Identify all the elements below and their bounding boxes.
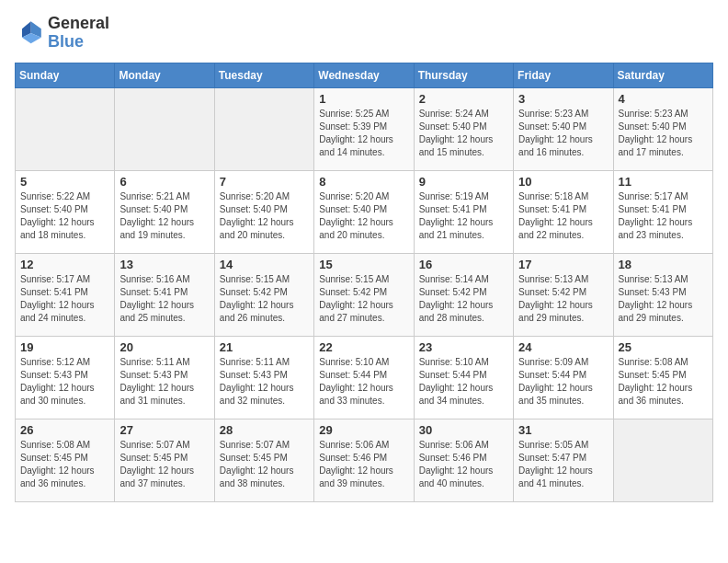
day-number: 7	[220, 175, 309, 189]
weekday-header: Sunday	[16, 63, 115, 87]
calendar-cell: 30Sunrise: 5:06 AM Sunset: 5:46 PM Dayli…	[414, 419, 513, 501]
day-info: Sunrise: 5:07 AM Sunset: 5:45 PM Dayligh…	[119, 439, 209, 490]
calendar-cell: 1Sunrise: 5:25 AM Sunset: 5:39 PM Daylig…	[314, 87, 414, 170]
weekday-header-row: SundayMondayTuesdayWednesdayThursdayFrid…	[16, 63, 713, 87]
page-header: General Blue	[15, 15, 713, 52]
day-info: Sunrise: 5:09 AM Sunset: 5:44 PM Dayligh…	[518, 356, 608, 408]
day-number: 4	[619, 92, 708, 106]
calendar-cell: 22Sunrise: 5:10 AM Sunset: 5:44 PM Dayli…	[314, 336, 414, 419]
day-number: 27	[119, 423, 209, 437]
day-info: Sunrise: 5:10 AM Sunset: 5:44 PM Dayligh…	[319, 356, 408, 408]
calendar-cell	[16, 87, 115, 170]
calendar-cell: 28Sunrise: 5:07 AM Sunset: 5:45 PM Dayli…	[214, 419, 313, 501]
day-info: Sunrise: 5:20 AM Sunset: 5:40 PM Dayligh…	[319, 190, 408, 242]
calendar-cell: 12Sunrise: 5:17 AM Sunset: 5:41 PM Dayli…	[16, 253, 115, 336]
day-number: 21	[220, 340, 309, 354]
day-info: Sunrise: 5:16 AM Sunset: 5:41 PM Dayligh…	[119, 273, 209, 325]
day-number: 20	[119, 340, 209, 354]
day-number: 5	[20, 175, 109, 189]
calendar-cell: 18Sunrise: 5:13 AM Sunset: 5:43 PM Dayli…	[613, 253, 712, 336]
logo-icon	[15, 18, 44, 48]
day-number: 3	[518, 92, 608, 106]
day-info: Sunrise: 5:17 AM Sunset: 5:41 PM Dayligh…	[20, 273, 109, 325]
day-info: Sunrise: 5:10 AM Sunset: 5:44 PM Dayligh…	[419, 356, 508, 408]
day-info: Sunrise: 5:15 AM Sunset: 5:42 PM Dayligh…	[319, 273, 408, 325]
day-number: 28	[220, 423, 309, 437]
day-number: 15	[319, 258, 408, 271]
calendar-cell: 9Sunrise: 5:19 AM Sunset: 5:41 PM Daylig…	[414, 170, 513, 253]
day-info: Sunrise: 5:12 AM Sunset: 5:43 PM Dayligh…	[20, 356, 109, 408]
day-number: 14	[220, 258, 309, 271]
calendar-cell: 25Sunrise: 5:08 AM Sunset: 5:45 PM Dayli…	[613, 336, 712, 419]
day-info: Sunrise: 5:23 AM Sunset: 5:40 PM Dayligh…	[518, 108, 608, 159]
day-number: 23	[419, 340, 508, 354]
calendar-cell: 20Sunrise: 5:11 AM Sunset: 5:43 PM Dayli…	[115, 336, 214, 419]
calendar-cell: 14Sunrise: 5:15 AM Sunset: 5:42 PM Dayli…	[214, 253, 313, 336]
day-number: 17	[518, 258, 608, 271]
day-number: 6	[119, 175, 209, 189]
weekday-header: Tuesday	[214, 63, 313, 87]
calendar-cell: 24Sunrise: 5:09 AM Sunset: 5:44 PM Dayli…	[514, 336, 613, 419]
calendar-cell: 7Sunrise: 5:20 AM Sunset: 5:40 PM Daylig…	[214, 170, 313, 253]
day-number: 26	[20, 423, 109, 437]
calendar-cell	[613, 419, 712, 501]
day-info: Sunrise: 5:17 AM Sunset: 5:41 PM Dayligh…	[619, 190, 708, 242]
day-info: Sunrise: 5:07 AM Sunset: 5:45 PM Dayligh…	[220, 439, 309, 490]
day-number: 29	[319, 423, 408, 437]
day-info: Sunrise: 5:15 AM Sunset: 5:42 PM Dayligh…	[220, 273, 309, 325]
calendar-cell: 15Sunrise: 5:15 AM Sunset: 5:42 PM Dayli…	[314, 253, 414, 336]
day-info: Sunrise: 5:08 AM Sunset: 5:45 PM Dayligh…	[20, 439, 109, 490]
day-number: 16	[419, 258, 508, 271]
calendar-cell: 21Sunrise: 5:11 AM Sunset: 5:43 PM Dayli…	[214, 336, 313, 419]
day-number: 8	[319, 175, 408, 189]
calendar-week-row: 12Sunrise: 5:17 AM Sunset: 5:41 PM Dayli…	[16, 253, 713, 336]
day-info: Sunrise: 5:08 AM Sunset: 5:45 PM Dayligh…	[619, 356, 708, 408]
day-number: 18	[619, 258, 708, 271]
day-info: Sunrise: 5:18 AM Sunset: 5:41 PM Dayligh…	[518, 190, 608, 242]
calendar-cell: 31Sunrise: 5:05 AM Sunset: 5:47 PM Dayli…	[514, 419, 613, 501]
day-info: Sunrise: 5:19 AM Sunset: 5:41 PM Dayligh…	[419, 190, 508, 242]
day-number: 25	[619, 340, 708, 354]
day-info: Sunrise: 5:24 AM Sunset: 5:40 PM Dayligh…	[419, 108, 508, 159]
day-info: Sunrise: 5:25 AM Sunset: 5:39 PM Dayligh…	[319, 108, 408, 159]
day-info: Sunrise: 5:05 AM Sunset: 5:47 PM Dayligh…	[518, 439, 608, 490]
weekday-header: Friday	[514, 63, 613, 87]
day-number: 30	[419, 423, 508, 437]
day-info: Sunrise: 5:11 AM Sunset: 5:43 PM Dayligh…	[220, 356, 309, 408]
calendar-cell: 6Sunrise: 5:21 AM Sunset: 5:40 PM Daylig…	[115, 170, 214, 253]
day-number: 9	[419, 175, 508, 189]
day-info: Sunrise: 5:11 AM Sunset: 5:43 PM Dayligh…	[119, 356, 209, 408]
weekday-header: Thursday	[414, 63, 513, 87]
logo: General Blue	[15, 15, 109, 52]
calendar-cell: 3Sunrise: 5:23 AM Sunset: 5:40 PM Daylig…	[514, 87, 613, 170]
calendar-cell: 26Sunrise: 5:08 AM Sunset: 5:45 PM Dayli…	[16, 419, 115, 501]
day-number: 24	[518, 340, 608, 354]
logo-text: General Blue	[48, 15, 109, 52]
day-info: Sunrise: 5:23 AM Sunset: 5:40 PM Dayligh…	[619, 108, 708, 159]
calendar-cell: 11Sunrise: 5:17 AM Sunset: 5:41 PM Dayli…	[613, 170, 712, 253]
calendar-cell: 8Sunrise: 5:20 AM Sunset: 5:40 PM Daylig…	[314, 170, 414, 253]
calendar-week-row: 19Sunrise: 5:12 AM Sunset: 5:43 PM Dayli…	[16, 336, 713, 419]
calendar-cell: 16Sunrise: 5:14 AM Sunset: 5:42 PM Dayli…	[414, 253, 513, 336]
calendar-week-row: 5Sunrise: 5:22 AM Sunset: 5:40 PM Daylig…	[16, 170, 713, 253]
day-info: Sunrise: 5:20 AM Sunset: 5:40 PM Dayligh…	[220, 190, 309, 242]
weekday-header: Wednesday	[314, 63, 414, 87]
calendar-cell: 23Sunrise: 5:10 AM Sunset: 5:44 PM Dayli…	[414, 336, 513, 419]
day-number: 2	[419, 92, 508, 106]
day-info: Sunrise: 5:21 AM Sunset: 5:40 PM Dayligh…	[119, 190, 209, 242]
calendar-cell: 29Sunrise: 5:06 AM Sunset: 5:46 PM Dayli…	[314, 419, 414, 501]
day-number: 10	[518, 175, 608, 189]
day-info: Sunrise: 5:06 AM Sunset: 5:46 PM Dayligh…	[419, 439, 508, 490]
day-number: 12	[20, 258, 109, 271]
calendar-cell: 5Sunrise: 5:22 AM Sunset: 5:40 PM Daylig…	[16, 170, 115, 253]
day-number: 13	[119, 258, 209, 271]
day-info: Sunrise: 5:06 AM Sunset: 5:46 PM Dayligh…	[319, 439, 408, 490]
calendar-cell: 4Sunrise: 5:23 AM Sunset: 5:40 PM Daylig…	[613, 87, 712, 170]
calendar-cell: 17Sunrise: 5:13 AM Sunset: 5:42 PM Dayli…	[514, 253, 613, 336]
calendar-cell	[115, 87, 214, 170]
day-number: 11	[619, 175, 708, 189]
weekday-header: Saturday	[613, 63, 712, 87]
weekday-header: Monday	[115, 63, 214, 87]
day-info: Sunrise: 5:13 AM Sunset: 5:42 PM Dayligh…	[518, 273, 608, 325]
calendar-cell: 27Sunrise: 5:07 AM Sunset: 5:45 PM Dayli…	[115, 419, 214, 501]
